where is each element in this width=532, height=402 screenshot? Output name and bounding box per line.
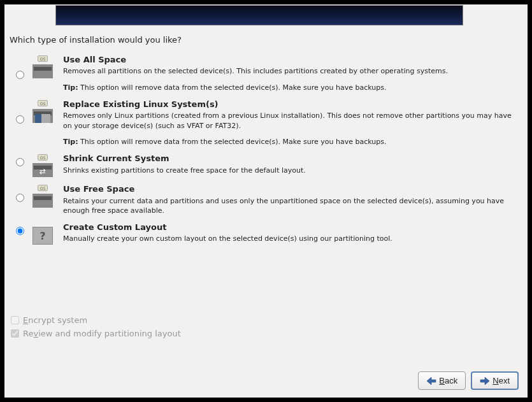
option-desc: Shrinks existing partitions to create fr… xyxy=(63,166,520,175)
option-title: Shrink Current System xyxy=(63,153,520,164)
review-layout-row[interactable]: Review and modify partitioning layout xyxy=(11,329,181,338)
arrow-left-icon xyxy=(426,377,436,385)
radio-use-all-space[interactable] xyxy=(16,71,24,79)
option-replace-linux[interactable]: OS Replace Existing Linux System(s) Remo… xyxy=(12,97,520,147)
option-title: Replace Existing Linux System(s) xyxy=(63,99,520,110)
disk-icon-shrink: OS ⇄ xyxy=(27,152,58,177)
installer-window: Which type of installation would you lik… xyxy=(4,4,528,398)
prompt-text: Which type of installation would you lik… xyxy=(10,35,182,45)
radio-shrink[interactable] xyxy=(16,158,24,166)
disk-icon-replace: OS xyxy=(27,97,58,123)
radio-free-space[interactable] xyxy=(16,194,24,202)
option-desc: Removes only Linux partitions (created f… xyxy=(63,111,520,131)
review-checkbox[interactable] xyxy=(11,329,19,338)
encrypt-checkbox[interactable] xyxy=(11,316,19,324)
install-options: OS Use All Space Removes all partitions … xyxy=(12,48,520,245)
radio-custom-layout[interactable] xyxy=(16,227,24,235)
arrow-right-icon xyxy=(480,377,490,385)
option-use-all-space[interactable]: OS Use All Space Removes all partitions … xyxy=(12,53,520,92)
question-icon: ? xyxy=(27,220,58,245)
extra-options: Encrypt system Review and modify partiti… xyxy=(11,315,181,342)
option-title: Use All Space xyxy=(63,54,520,66)
encrypt-system-row[interactable]: Encrypt system xyxy=(11,315,181,325)
radio-replace-linux[interactable] xyxy=(16,115,24,124)
option-free-space[interactable]: OS Use Free Space Retains your current d… xyxy=(12,182,520,215)
option-desc: Retains your current data and partitions… xyxy=(63,196,520,216)
back-button[interactable]: Back xyxy=(418,371,466,390)
disk-icon-free-space: OS xyxy=(27,182,58,208)
disk-icon-use-all: OS xyxy=(27,53,58,78)
next-button[interactable]: Next xyxy=(471,371,519,390)
footer-buttons: Back Next xyxy=(418,371,519,390)
option-desc: Removes all partitions on the selected d… xyxy=(63,66,520,76)
option-tip: Tip: This option will remove data from t… xyxy=(63,137,520,147)
option-custom-layout[interactable]: ? Create Custom Layout Manually create y… xyxy=(12,220,520,245)
option-tip: Tip: This option will remove data from t… xyxy=(63,83,520,92)
option-title: Use Free Space xyxy=(63,183,520,195)
header-banner xyxy=(55,5,463,25)
option-shrink[interactable]: OS ⇄ Shrink Current System Shrinks exist… xyxy=(12,152,520,177)
option-desc: Manually create your own custom layout o… xyxy=(63,234,520,243)
option-title: Create Custom Layout xyxy=(63,222,520,233)
